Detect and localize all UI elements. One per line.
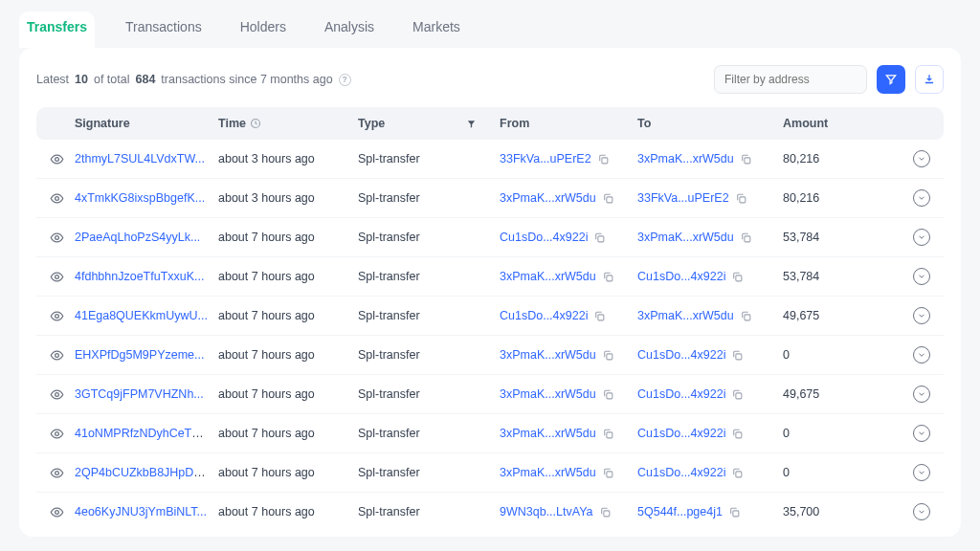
expand-row-icon[interactable] <box>913 464 930 481</box>
tab-holders[interactable]: Holders <box>233 11 294 48</box>
eye-icon[interactable] <box>50 427 64 441</box>
copy-icon[interactable] <box>602 388 614 401</box>
to-address-link[interactable]: 33FkVa...uPErE2 <box>637 191 729 205</box>
svg-rect-6 <box>740 196 746 202</box>
from-address-link[interactable]: 3xPmaK...xrW5du <box>500 427 596 440</box>
copy-icon[interactable] <box>602 349 614 362</box>
eye-icon[interactable] <box>50 466 64 480</box>
from-address-link[interactable]: 9WN3qb...LtvAYa <box>500 505 593 518</box>
filter-button[interactable] <box>877 65 905 94</box>
tab-transfers[interactable]: Transfers <box>19 11 95 48</box>
col-header-from[interactable]: From <box>500 117 637 130</box>
from-address-link[interactable]: 3xPmaK...xrW5du <box>500 191 596 205</box>
copy-icon[interactable] <box>731 388 744 401</box>
expand-row-icon[interactable] <box>913 386 930 403</box>
copy-icon[interactable] <box>740 153 752 165</box>
signature-link[interactable]: 2thmyL7SUL4LVdxTW... <box>75 152 205 165</box>
signature-link[interactable]: 4fdhbhnJzoeTfuTxxuK... <box>75 270 205 283</box>
copy-icon[interactable] <box>740 310 752 322</box>
filter-address-input[interactable] <box>714 65 867 94</box>
signature-link[interactable]: 4eo6KyJNU3jYmBiNLT... <box>75 505 207 518</box>
col-header-amount[interactable]: Amount <box>783 117 903 130</box>
eye-icon[interactable] <box>50 270 64 284</box>
copy-icon[interactable] <box>731 467 744 479</box>
copy-icon[interactable] <box>593 231 606 244</box>
help-icon[interactable]: ? <box>339 74 351 86</box>
table-row: 41Ega8QUEKkmUywU...about 7 hours agoSpl-… <box>36 297 944 336</box>
signature-link[interactable]: 41oNMPRfzNDyhCeTS... <box>75 427 210 440</box>
table-row: 3GTCq9jFPM7VHZNh...about 7 hours agoSpl-… <box>36 375 944 414</box>
eye-icon[interactable] <box>50 152 64 166</box>
eye-icon[interactable] <box>50 505 64 519</box>
expand-row-icon[interactable] <box>913 346 930 364</box>
signature-link[interactable]: 2PaeAqLhoPzS4yyLk... <box>75 231 200 244</box>
tab-transactions[interactable]: Transactions <box>118 11 210 48</box>
from-address-link[interactable]: 33FkVa...uPErE2 <box>500 152 591 165</box>
from-address-link[interactable]: Cu1sDo...4x922i <box>500 231 588 244</box>
from-address-link[interactable]: 3xPmaK...xrW5du <box>500 387 596 401</box>
to-address-link[interactable]: Cu1sDo...4x922i <box>637 466 725 479</box>
eye-icon[interactable] <box>50 348 64 363</box>
signature-link[interactable]: 3GTCq9jFPM7VHZNh... <box>75 387 204 401</box>
eye-icon[interactable] <box>50 231 64 245</box>
copy-icon[interactable] <box>602 428 614 440</box>
tab-analysis[interactable]: Analysis <box>317 11 382 48</box>
expand-row-icon[interactable] <box>913 150 930 167</box>
copy-icon[interactable] <box>597 153 610 165</box>
eye-icon[interactable] <box>50 309 64 323</box>
from-address-link[interactable]: 3xPmaK...xrW5du <box>500 466 596 479</box>
download-button[interactable] <box>915 65 944 94</box>
copy-icon[interactable] <box>731 349 744 362</box>
copy-icon[interactable] <box>728 506 741 518</box>
copy-icon[interactable] <box>602 271 614 283</box>
filter-icon[interactable] <box>466 119 477 129</box>
expand-row-icon[interactable] <box>913 503 930 520</box>
to-address-link[interactable]: 3xPmaK...xrW5du <box>637 309 734 322</box>
copy-icon[interactable] <box>731 428 744 440</box>
col-header-type[interactable]: Type <box>358 117 500 130</box>
copy-icon[interactable] <box>602 467 614 479</box>
tab-markets[interactable]: Markets <box>405 11 468 48</box>
col-header-signature[interactable]: Signature <box>75 117 218 130</box>
signature-link[interactable]: 41Ega8QUEKkmUywU... <box>75 309 208 322</box>
signature-link[interactable]: EHXPfDg5M9PYzeme... <box>75 348 204 362</box>
clock-icon <box>250 118 261 129</box>
table-row: 4fdhbhnJzoeTfuTxxuK...about 7 hours agoS… <box>36 257 944 297</box>
to-address-link[interactable]: Cu1sDo...4x922i <box>637 427 725 440</box>
expand-row-icon[interactable] <box>913 189 930 207</box>
copy-icon[interactable] <box>599 506 612 518</box>
copy-icon[interactable] <box>735 192 747 205</box>
from-address-link[interactable]: 3xPmaK...xrW5du <box>500 348 596 362</box>
col-header-to[interactable]: To <box>637 117 783 130</box>
table-row: EHXPfDg5M9PYzeme...about 7 hours agoSpl-… <box>36 336 944 375</box>
svg-rect-9 <box>745 235 750 241</box>
amount-text: 0 <box>783 466 790 479</box>
to-address-link[interactable]: 3xPmaK...xrW5du <box>637 231 734 244</box>
expand-row-icon[interactable] <box>913 268 930 285</box>
svg-point-22 <box>56 431 59 435</box>
copy-icon[interactable] <box>731 271 744 283</box>
to-address-link[interactable]: 3xPmaK...xrW5du <box>637 152 734 165</box>
svg-rect-18 <box>736 353 742 359</box>
from-address-link[interactable]: Cu1sDo...4x922i <box>500 309 588 322</box>
copy-icon[interactable] <box>740 231 752 244</box>
from-address-link[interactable]: 3xPmaK...xrW5du <box>500 270 596 283</box>
to-address-link[interactable]: Cu1sDo...4x922i <box>637 348 725 362</box>
svg-rect-12 <box>736 275 742 280</box>
eye-icon[interactable] <box>50 387 64 402</box>
copy-icon[interactable] <box>602 192 614 205</box>
svg-rect-17 <box>607 353 612 359</box>
expand-row-icon[interactable] <box>913 229 930 246</box>
to-address-link[interactable]: 5Q544f...pge4j1 <box>637 505 723 518</box>
svg-point-25 <box>56 471 59 474</box>
expand-row-icon[interactable] <box>913 425 930 442</box>
col-header-time[interactable]: Time <box>218 117 358 130</box>
signature-link[interactable]: 2QP4bCUZkbB8JHpDh... <box>75 466 211 479</box>
eye-icon[interactable] <box>50 191 64 206</box>
signature-link[interactable]: 4xTmkKG8ixspBbgefK... <box>75 191 205 205</box>
type-text: Spl-transfer <box>358 505 420 518</box>
to-address-link[interactable]: Cu1sDo...4x922i <box>637 270 725 283</box>
to-address-link[interactable]: Cu1sDo...4x922i <box>637 387 725 401</box>
expand-row-icon[interactable] <box>913 307 930 324</box>
copy-icon[interactable] <box>593 310 606 322</box>
